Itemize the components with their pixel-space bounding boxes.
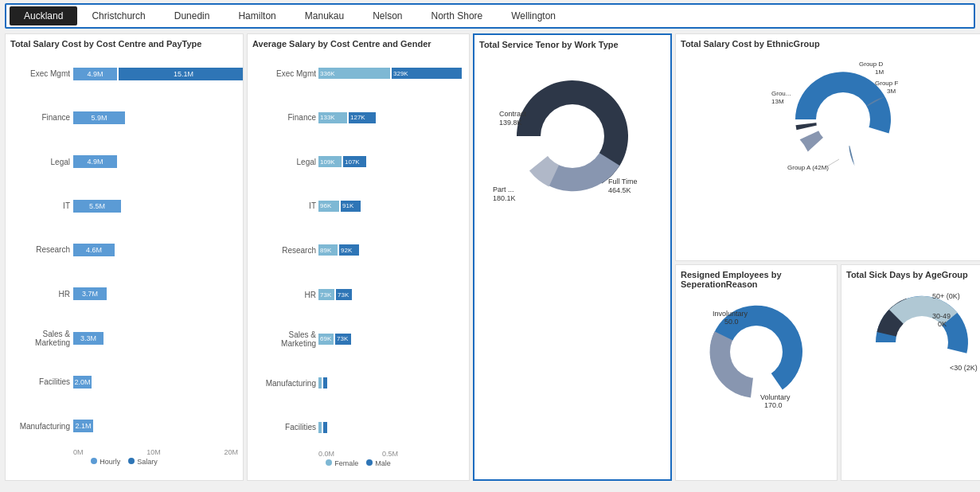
svg-text:Grou...: Grou...: [771, 90, 791, 97]
salary-cost-chart: Exec Mgmt 4.9M 15.1M Finance 5.9M Legal …: [10, 52, 238, 448]
table-row: Manufacturing: [252, 375, 464, 391]
svg-text:Voluntary: Voluntary: [760, 393, 791, 401]
table-row: HR 73K 73K: [252, 287, 464, 303]
service-tenor-chart: Contract 139.8K Full Time 464.5K Part ..…: [479, 53, 666, 212]
table-row: Research 89K 92K: [252, 242, 464, 258]
table-row: IT 5.5M: [10, 197, 238, 215]
tab-bar-wrapper: Auckland Christchurch Dunedin Hamilton M…: [0, 3, 980, 29]
sick-days-donut: 50+ (0K) 30-49 0K <30 (2K): [846, 283, 980, 398]
bottom-row: Resigned Employees by SeperationReason I…: [675, 264, 980, 481]
svg-line-15: [827, 159, 839, 166]
avg-salary-axis: 0.0M 0.5M: [252, 450, 464, 458]
service-tenor-donut: Contract 139.8K Full Time 464.5K Part ..…: [485, 53, 660, 212]
service-tenor-title: Total Service Tenor by Work Type: [479, 40, 666, 49]
service-tenor-panel: Total Service Tenor by Work Type: [473, 33, 672, 481]
svg-text:Full Time: Full Time: [608, 178, 638, 185]
svg-text:Part ...: Part ...: [493, 185, 514, 193]
table-row: Legal 4.9M: [10, 153, 238, 170]
svg-text:50.0: 50.0: [724, 318, 739, 326]
sick-days-chart: 50+ (0K) 30-49 0K <30 (2K): [846, 283, 980, 398]
svg-text:3M: 3M: [887, 88, 896, 95]
table-row: Sales & Marketing 3.3M: [10, 330, 238, 347]
resigned-title: Resigned Employees by SeperationReason: [681, 270, 832, 289]
table-row: Manufacturing 2.1M: [10, 417, 238, 435]
svg-text:Contract: Contract: [499, 110, 527, 118]
svg-text:0K: 0K: [938, 320, 947, 328]
svg-text:Group F: Group F: [875, 80, 898, 87]
tab-christchurch[interactable]: Christchurch: [77, 6, 159, 25]
svg-point-7: [816, 92, 870, 146]
svg-text:1M: 1M: [875, 68, 884, 76]
salary-legend: Hourly Salary: [10, 458, 238, 466]
table-row: HR 3.7M: [10, 285, 238, 303]
table-row: Finance 133K 127K: [252, 110, 464, 126]
svg-text:170.0: 170.0: [764, 401, 783, 408]
tab-dunedin[interactable]: Dunedin: [160, 6, 225, 25]
svg-point-16: [730, 326, 783, 378]
salary-cost-panel: Total Salary Cost by Cost Centre and Pay…: [5, 33, 244, 481]
tab-bar: Auckland Christchurch Dunedin Hamilton M…: [5, 3, 975, 29]
table-row: Facilities 2.0M: [10, 373, 238, 391]
table-row: Facilities: [252, 420, 464, 435]
tab-nelson[interactable]: Nelson: [358, 6, 416, 25]
svg-text:Group D: Group D: [859, 61, 883, 68]
resigned-donut: Involuntary 50.0 Voluntary 170.0: [681, 292, 832, 408]
tab-north-shore[interactable]: North Shore: [417, 6, 498, 25]
tab-hamilton[interactable]: Hamilton: [224, 6, 290, 25]
tab-manukau[interactable]: Manukau: [291, 6, 358, 25]
svg-text:50+ (0K): 50+ (0K): [932, 292, 960, 300]
avg-salary-panel: Average Salary by Cost Centre and Gender…: [247, 33, 470, 481]
table-row: IT 96K 91K: [252, 198, 464, 214]
svg-text:Group A (42M): Group A (42M): [787, 164, 829, 171]
sick-days-title: Total Sick Days by AgeGroup: [846, 270, 980, 279]
avg-salary-chart: Exec Mgmt 336K 329K Finance 133K 127K Le…: [252, 52, 464, 450]
tab-wellington[interactable]: Wellington: [497, 6, 570, 25]
svg-text:464.5K: 464.5K: [608, 186, 631, 194]
svg-text:30-49: 30-49: [932, 312, 951, 320]
table-row: Sales & Marketing 69K 73K: [252, 331, 464, 347]
main-content: Total Salary Cost by Cost Centre and Pay…: [0, 32, 980, 482]
svg-text:180.1K: 180.1K: [493, 194, 516, 202]
table-row: Research 4.6M: [10, 241, 238, 259]
ethnic-title: Total Salary Cost by EthnicGroup: [681, 39, 980, 49]
svg-point-0: [541, 104, 604, 168]
svg-text:139.8K: 139.8K: [499, 119, 522, 127]
table-row: Exec Mgmt 4.9M 15.1M: [10, 65, 238, 83]
svg-text:Involuntary: Involuntary: [713, 310, 748, 318]
avg-salary-title: Average Salary by Cost Centre and Gender: [252, 39, 464, 49]
table-row: Legal 109K 107K: [252, 154, 464, 170]
salary-cost-title: Total Salary Cost by Cost Centre and Pay…: [10, 39, 238, 49]
table-row: Finance 5.9M: [10, 109, 238, 127]
ethnic-donut: Group D 1M Group F 3M Grou... 13M Group …: [763, 52, 915, 179]
ethnic-chart: Group D 1M Group F 3M Grou... 13M Group …: [681, 52, 980, 179]
avg-salary-legend: Female Male: [252, 459, 464, 467]
ethnic-panel: Total Salary Cost by EthnicGroup: [675, 33, 980, 261]
salary-axis: 0M 10M 20M: [10, 448, 238, 456]
svg-text:<30 (2K): <30 (2K): [950, 364, 978, 372]
table-row: Exec Mgmt 336K 329K: [252, 65, 464, 81]
sick-days-panel: Total Sick Days by AgeGroup 50+ (0K): [841, 264, 980, 481]
right-panels: Total Salary Cost by EthnicGroup: [675, 33, 980, 481]
tab-auckland[interactable]: Auckland: [10, 6, 77, 25]
resigned-panel: Resigned Employees by SeperationReason I…: [675, 264, 837, 481]
svg-text:13M: 13M: [771, 98, 784, 105]
resigned-chart: Involuntary 50.0 Voluntary 170.0: [681, 292, 832, 408]
